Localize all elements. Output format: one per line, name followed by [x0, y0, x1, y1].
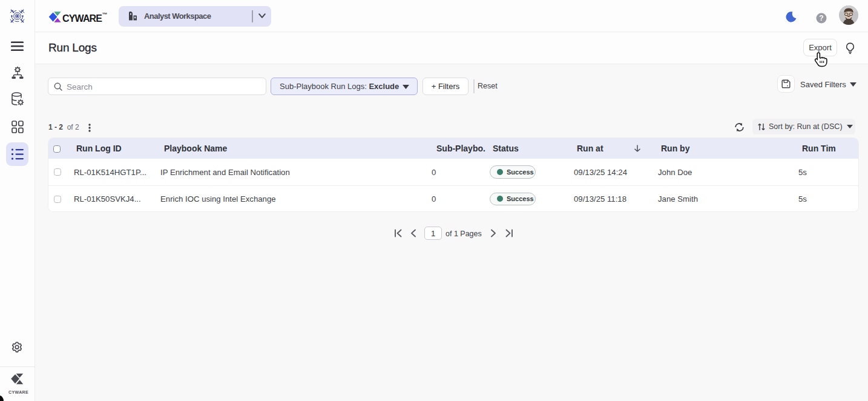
svg-text:?: ? [819, 14, 823, 22]
